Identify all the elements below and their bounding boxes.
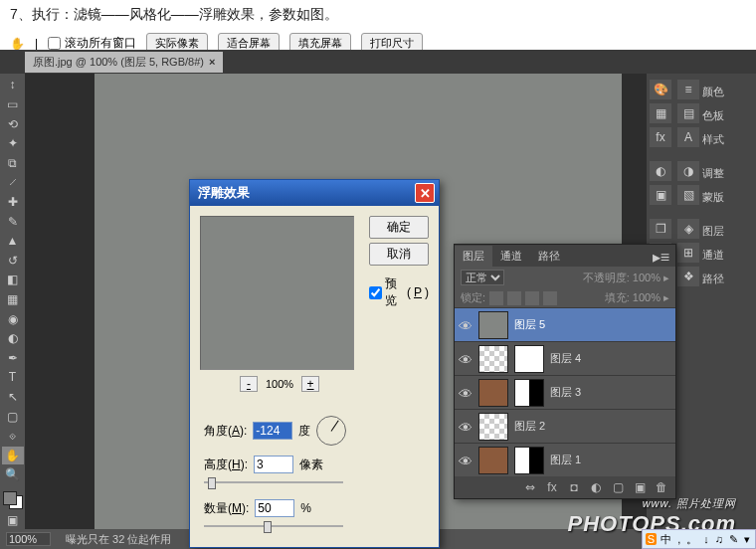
fg-color[interactable] — [3, 491, 17, 505]
dialog-titlebar[interactable]: 浮雕效果 ✕ — [190, 180, 439, 206]
color-panel-icon[interactable]: 🎨 — [650, 80, 671, 99]
zoom-out-button[interactable]: - — [240, 376, 258, 392]
layers-list: 👁 图层 5 👁 图层 4 👁 图层 3 👁 图层 2 — [455, 307, 675, 476]
layers-panel-icon-2[interactable]: ◈ — [677, 219, 699, 239]
layer-mask — [514, 447, 544, 474]
dodge-tool[interactable]: ◐ — [2, 329, 24, 348]
document-tab[interactable]: 原图.jpg @ 100% (图层 5, RGB/8#) × — [25, 52, 223, 73]
styles-panel-icon-2[interactable]: A — [677, 127, 699, 147]
eye-icon[interactable]: 👁 — [459, 352, 472, 366]
angle-wheel[interactable] — [316, 416, 346, 446]
quickmask-tool[interactable]: ▣ — [2, 510, 24, 529]
channels-panel-icon-2[interactable]: ⊞ — [677, 243, 699, 263]
gradient-tool[interactable]: ▦ — [2, 290, 24, 309]
move-tool[interactable]: ↕ — [2, 76, 24, 94]
zoom-tool[interactable]: 🔍 — [2, 465, 24, 484]
angle-input[interactable] — [253, 422, 292, 440]
tab-layers[interactable]: 图层 — [455, 246, 492, 267]
eraser-tool[interactable]: ◧ — [2, 271, 24, 289]
swatches-label[interactable]: 色板 — [702, 105, 756, 125]
hand-tool[interactable]: ✋ — [2, 447, 24, 465]
dialog-close-button[interactable]: ✕ — [415, 183, 435, 203]
color-panel-icon-2[interactable]: ≡ — [677, 80, 699, 99]
preview-checkbox[interactable]: 预览(P) — [369, 275, 429, 309]
ok-button[interactable]: 确定 — [369, 216, 429, 239]
lock-trans-icon[interactable] — [489, 291, 503, 305]
mask-icon[interactable]: ◘ — [566, 480, 582, 494]
eye-icon[interactable]: 👁 — [459, 386, 472, 400]
layer-mask — [514, 379, 544, 407]
3d-tool[interactable]: ⟐ — [2, 427, 24, 446]
blend-mode-select[interactable]: 正常 — [461, 270, 504, 285]
zoom-in-button[interactable]: + — [301, 376, 319, 392]
folder-icon[interactable]: ▢ — [610, 480, 626, 494]
channels-label[interactable]: 通道 — [702, 245, 756, 265]
layer-thumb — [478, 447, 508, 474]
stamp-tool[interactable]: ▲ — [2, 232, 24, 251]
layer-row[interactable]: 👁 图层 1 — [455, 443, 675, 476]
panel-menu-icon[interactable]: ▸≡ — [647, 248, 675, 267]
adjust-label[interactable]: 调整 — [702, 163, 756, 183]
tab-paths[interactable]: 路径 — [530, 246, 568, 267]
ime-bar[interactable]: S 中 , 。 ↓ ♫ ✎ ▾ — [642, 529, 756, 549]
layer-mask — [514, 345, 544, 373]
instruction-text: 7、执行：滤镜——风格化——浮雕效果，参数如图。 — [0, 0, 756, 30]
cancel-button[interactable]: 取消 — [369, 243, 429, 266]
path-tool[interactable]: ↖ — [2, 388, 24, 407]
layer-row[interactable]: 👁 图层 2 — [455, 409, 675, 443]
eyedropper-tool[interactable]: ⟋ — [2, 173, 24, 192]
brush-tool[interactable]: ✎ — [2, 212, 24, 231]
layers-panel-icon[interactable]: ❐ — [650, 219, 671, 239]
adjustment-icon[interactable]: ◐ — [588, 480, 604, 494]
swatches-panel-icon[interactable]: ▦ — [650, 103, 671, 123]
paths-panel-icon-2[interactable]: ❖ — [677, 267, 699, 286]
lasso-tool[interactable]: ⟲ — [2, 114, 24, 133]
eye-icon[interactable]: 👁 — [459, 454, 472, 467]
swatches-panel-icon-2[interactable]: ▤ — [677, 103, 699, 123]
color-label[interactable]: 颜色 — [702, 82, 756, 101]
scroll-all-check[interactable] — [48, 37, 61, 50]
layer-row[interactable]: 👁 图层 4 — [455, 341, 675, 375]
layer-thumb — [478, 345, 508, 373]
heal-tool[interactable]: ✚ — [2, 193, 24, 212]
adjust-panel-icon[interactable]: ◐ — [650, 161, 671, 181]
amount-slider[interactable] — [204, 519, 343, 533]
eye-icon[interactable]: 👁 — [459, 420, 472, 434]
history-brush-tool[interactable]: ↺ — [2, 251, 24, 270]
pen-tool[interactable]: ✒ — [2, 349, 24, 368]
zoom-input[interactable] — [6, 532, 51, 546]
app-frame: 原图.jpg @ 100% (图层 5, RGB/8#) × ↕ ▭ ⟲ ✦ ⧉… — [0, 50, 756, 549]
layers-label[interactable]: 图层 — [702, 221, 756, 241]
layer-row[interactable]: 👁 图层 5 — [455, 307, 675, 341]
mask-panel-icon-2[interactable]: ▧ — [677, 185, 699, 205]
wand-tool[interactable]: ✦ — [2, 134, 24, 153]
styles-panel-icon[interactable]: fx — [650, 127, 671, 147]
fx-icon[interactable]: fx — [544, 480, 560, 494]
close-icon[interactable]: × — [209, 56, 215, 68]
mask-panel-icon[interactable]: ▣ — [650, 185, 671, 205]
height-slider[interactable] — [204, 475, 343, 489]
tab-channels[interactable]: 通道 — [492, 246, 530, 267]
new-layer-icon[interactable]: ▣ — [632, 480, 648, 494]
adjust-panel-icon-2[interactable]: ◑ — [677, 161, 699, 181]
lock-all-icon[interactable] — [543, 291, 557, 305]
crop-tool[interactable]: ⧉ — [2, 153, 24, 172]
marquee-tool[interactable]: ▭ — [2, 95, 24, 114]
paths-label[interactable]: 路径 — [702, 269, 756, 288]
trash-icon[interactable]: 🗑 — [654, 480, 669, 494]
lock-pos-icon[interactable] — [525, 291, 539, 305]
color-swatch[interactable] — [3, 491, 23, 510]
link-icon[interactable]: ⇔ — [522, 480, 538, 494]
tool-palette: ↕ ▭ ⟲ ✦ ⧉ ⟋ ✚ ✎ ▲ ↺ ◧ ▦ ◉ ◐ ✒ T ↖ ▢ ⟐ ✋ … — [0, 74, 25, 529]
styles-label[interactable]: 样式 — [702, 129, 756, 149]
lock-paint-icon[interactable] — [507, 291, 521, 305]
amount-input[interactable] — [255, 499, 294, 517]
shape-tool[interactable]: ▢ — [2, 407, 24, 426]
mask-label[interactable]: 蒙版 — [702, 187, 756, 207]
layer-row[interactable]: 👁 图层 3 — [455, 375, 675, 409]
blur-tool[interactable]: ◉ — [2, 309, 24, 328]
height-input[interactable] — [254, 456, 293, 473]
eye-icon[interactable]: 👁 — [459, 318, 472, 332]
type-tool[interactable]: T — [2, 368, 24, 387]
preview-thumbnail[interactable] — [200, 216, 354, 370]
